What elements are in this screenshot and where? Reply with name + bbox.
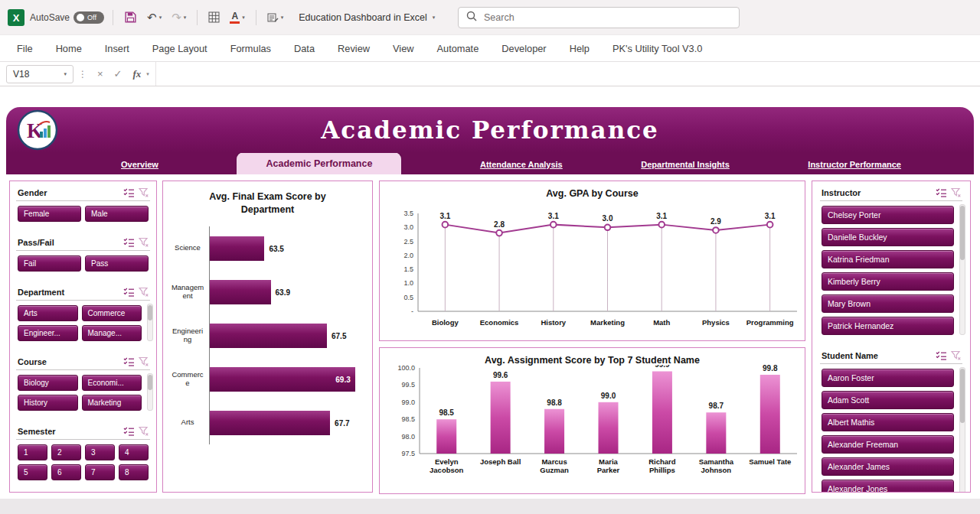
slicer-item-economi[interactable]: Economi... bbox=[82, 375, 142, 391]
slicer-title-pass-fail: Pass/Fail bbox=[18, 238, 119, 247]
scrollbar-thumb[interactable] bbox=[960, 369, 965, 423]
slicer-item-5[interactable]: 5 bbox=[18, 464, 47, 480]
slicer-item-albert-mathis[interactable]: Albert Mathis bbox=[822, 413, 954, 431]
menu-home[interactable]: Home bbox=[56, 43, 82, 54]
menu-automate[interactable]: Automate bbox=[437, 43, 479, 54]
slicer-item-alexander-jones[interactable]: Alexander Jones bbox=[822, 480, 954, 493]
font-color-button[interactable]: A ▾ bbox=[227, 10, 247, 25]
slicer-item-chelsey-porter[interactable]: Chelsey Porter bbox=[822, 206, 954, 224]
clear-filter-icon[interactable] bbox=[951, 350, 961, 360]
clear-filter-icon[interactable] bbox=[139, 187, 149, 197]
svg-text:Joseph Ball: Joseph Ball bbox=[480, 457, 521, 466]
menu-page-layout[interactable]: Page Layout bbox=[152, 43, 207, 54]
clear-filter-icon[interactable] bbox=[139, 287, 149, 297]
slicer-item-patrick-hernandez[interactable]: Patrick Hernandez bbox=[822, 317, 954, 335]
tab-departmental-insights[interactable]: Departmental Insights bbox=[641, 160, 730, 174]
clear-filter-icon[interactable] bbox=[951, 187, 961, 197]
final-exam-chart[interactable]: Avg. Final Exam Score by Department Scie… bbox=[162, 181, 373, 493]
menu-insert[interactable]: Insert bbox=[105, 43, 129, 54]
autosave-toggle[interactable]: Off bbox=[74, 11, 104, 24]
multi-select-icon[interactable] bbox=[123, 287, 135, 297]
slicer-item-adam-scott[interactable]: Adam Scott bbox=[822, 391, 954, 409]
multi-select-icon[interactable] bbox=[123, 426, 135, 436]
slicer-item-kimberly-berry[interactable]: Kimberly Berry bbox=[822, 272, 954, 291]
multi-select-icon[interactable] bbox=[123, 237, 135, 247]
search-box[interactable]: Search bbox=[458, 7, 740, 28]
slicer-scrollbar[interactable] bbox=[147, 373, 153, 411]
menu-formulas[interactable]: Formulas bbox=[230, 43, 271, 54]
slicer-item-6[interactable]: 6 bbox=[51, 464, 81, 480]
insert-function-icon[interactable]: fx bbox=[133, 68, 142, 80]
slicer-item-biology[interactable]: Biology bbox=[18, 375, 78, 391]
scrollbar-thumb[interactable] bbox=[960, 206, 965, 260]
assignment-chart[interactable]: Avg. Assignment Score by Top 7 Student N… bbox=[379, 347, 805, 494]
slicer-item-4[interactable]: 4 bbox=[119, 444, 149, 460]
slicer-item-male[interactable]: Male bbox=[85, 206, 149, 222]
bottom-strip bbox=[0, 499, 980, 514]
undo-button[interactable]: ↶ ▾ bbox=[145, 9, 164, 26]
scrollbar-thumb[interactable] bbox=[148, 305, 152, 320]
slicer-scrollbar[interactable] bbox=[959, 204, 965, 335]
bar-management bbox=[210, 280, 271, 304]
slicer-item-8[interactable]: 8 bbox=[119, 464, 149, 480]
slicer-item-commerce[interactable]: Commerce bbox=[82, 305, 142, 321]
clear-filter-icon[interactable] bbox=[139, 237, 149, 247]
slicer-item-katrina-friedman[interactable]: Katrina Friedman bbox=[822, 250, 954, 268]
slicer-scrollbar[interactable] bbox=[959, 367, 965, 493]
menu-review[interactable]: Review bbox=[338, 43, 370, 54]
formula-input[interactable] bbox=[155, 62, 980, 86]
data-label: 63.9 bbox=[276, 288, 290, 296]
slicer-item-aaron-foster[interactable]: Aaron Foster bbox=[822, 369, 954, 387]
tab-instructor-performance[interactable]: Instructor Performance bbox=[808, 160, 901, 174]
menu-help[interactable]: Help bbox=[570, 43, 590, 54]
autosave-control[interactable]: AutoSave Off bbox=[30, 11, 104, 24]
slicer-item-arts[interactable]: Arts bbox=[18, 305, 78, 321]
slicer-item-7[interactable]: 7 bbox=[85, 464, 115, 480]
svg-text:3.1: 3.1 bbox=[439, 212, 450, 220]
cancel-icon[interactable]: × bbox=[97, 68, 103, 80]
slicer-item-alexander-freeman[interactable]: Alexander Freeman bbox=[822, 435, 954, 454]
gpa-chart[interactable]: Avg. GPA by Course 3.53.02.52.01.51.00.5… bbox=[379, 181, 805, 341]
borders-button[interactable] bbox=[206, 10, 222, 24]
svg-text:Marketing: Marketing bbox=[590, 318, 625, 327]
scrollbar-thumb[interactable] bbox=[148, 375, 152, 390]
slicer-item-mary-brown[interactable]: Mary Brown bbox=[822, 294, 954, 313]
tab-academic-performance[interactable]: Academic Performance bbox=[237, 152, 401, 174]
slicer-scrollbar[interactable] bbox=[147, 304, 153, 341]
multi-select-icon[interactable] bbox=[936, 350, 947, 360]
menu-file[interactable]: File bbox=[17, 43, 33, 54]
slicer-item-danielle-buckley[interactable]: Danielle Buckley bbox=[822, 228, 954, 246]
menu-data[interactable]: Data bbox=[294, 43, 315, 54]
chart-title: Avg. Final Exam Score by Department bbox=[193, 190, 342, 216]
slicer-item-alexander-james[interactable]: Alexander James bbox=[822, 457, 954, 476]
menu-view[interactable]: View bbox=[393, 43, 414, 54]
multi-select-icon[interactable] bbox=[123, 187, 135, 197]
slicer-item-2[interactable]: 2 bbox=[51, 444, 81, 460]
redo-button[interactable]: ↷ ▾ bbox=[169, 9, 188, 26]
slicer-item-marketing[interactable]: Marketing bbox=[82, 395, 142, 411]
menu-developer[interactable]: Developer bbox=[501, 43, 546, 54]
name-box[interactable]: V18 ▾ bbox=[6, 65, 74, 83]
slicer-item-engineer[interactable]: Engineer... bbox=[18, 325, 78, 341]
tab-overview[interactable]: Overview bbox=[121, 160, 158, 174]
namebox-splitter[interactable]: ⋮ bbox=[78, 69, 87, 80]
clear-filter-icon[interactable] bbox=[139, 356, 149, 366]
save-button[interactable] bbox=[122, 9, 139, 25]
menu-pk-s-utility-tool-v3-0[interactable]: PK's Utility Tool V3.0 bbox=[612, 43, 702, 54]
slicer-item-3[interactable]: 3 bbox=[85, 444, 115, 460]
slicer-item-fail[interactable]: Fail bbox=[18, 255, 81, 272]
slicer-item-pass[interactable]: Pass bbox=[85, 255, 149, 272]
slicer-item-manage[interactable]: Manage... bbox=[82, 325, 142, 341]
multi-select-icon[interactable] bbox=[936, 187, 947, 197]
enter-icon[interactable]: ✓ bbox=[114, 68, 122, 80]
multi-select-icon[interactable] bbox=[123, 356, 135, 366]
svg-text:0.5: 0.5 bbox=[403, 294, 413, 301]
slicer-item-1[interactable]: 1 bbox=[18, 444, 47, 460]
slicer-item-history[interactable]: History bbox=[18, 395, 78, 411]
customize-toolbar-button[interactable]: ▾ bbox=[265, 11, 286, 24]
document-title[interactable]: Education Dashboard in Excel ▾ bbox=[299, 12, 435, 23]
tab-attendance-analysis[interactable]: Attendance Analysis bbox=[480, 160, 563, 174]
slicer-item-female[interactable]: Female bbox=[18, 206, 81, 222]
clear-filter-icon[interactable] bbox=[139, 426, 149, 436]
slicer-semester: Semester12345678 bbox=[13, 421, 153, 485]
